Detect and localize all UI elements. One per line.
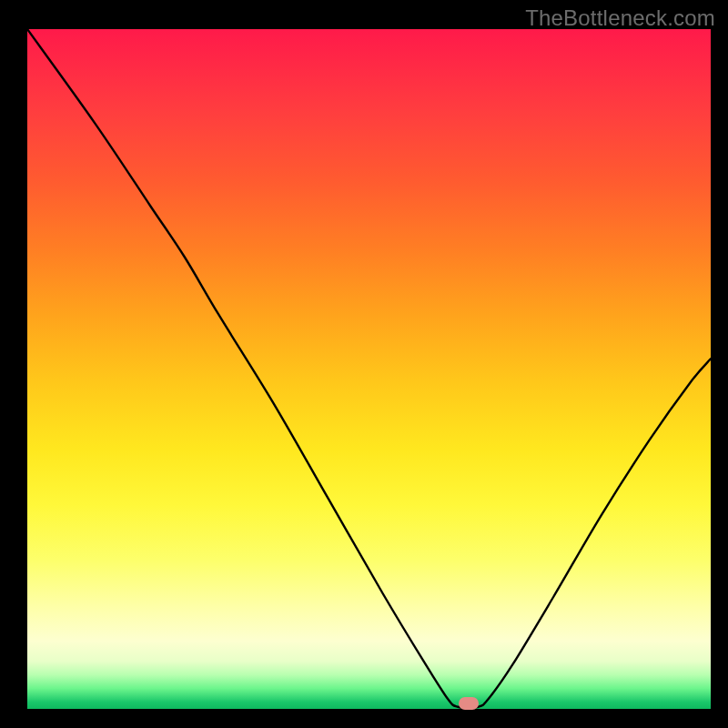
chart-frame: TheBottleneck.com [0,0,728,728]
chart-plot-area [27,29,711,709]
bottleneck-curve [27,29,711,709]
watermark-text: TheBottleneck.com [525,5,715,31]
optimum-marker [459,697,479,710]
